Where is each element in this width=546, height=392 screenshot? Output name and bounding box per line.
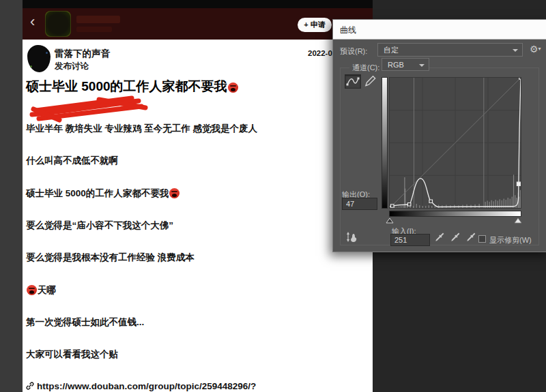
channel-label: 通道(C): bbox=[352, 63, 379, 72]
gear-icon[interactable]: ⚙▾ bbox=[530, 44, 541, 55]
preset-label: 预设(R): bbox=[340, 46, 367, 57]
preset-value: 自定 bbox=[384, 46, 399, 54]
pencil-icon bbox=[363, 74, 378, 87]
chevron-down-icon bbox=[419, 64, 425, 67]
crying-emoji bbox=[228, 82, 238, 93]
post-paragraph: 第一次觉得硕士如此不值钱... bbox=[26, 317, 144, 328]
preset-dropdown[interactable]: 自定 bbox=[377, 43, 523, 57]
crying-emoji bbox=[169, 188, 179, 198]
curve-icon bbox=[345, 75, 360, 88]
channel-dropdown[interactable]: RGB bbox=[382, 58, 429, 71]
post-link-line[interactable]: https://www.douban.com/group/topic/25944… bbox=[26, 381, 256, 392]
post-paragraph: 硕士毕业 5000的工作人家都不要我 bbox=[26, 188, 180, 199]
pencil-tool-button[interactable] bbox=[363, 74, 379, 89]
poster-name[interactable]: 雷落下的声音 bbox=[55, 48, 110, 60]
avatar-speck bbox=[30, 65, 32, 67]
black-point-slider[interactable] bbox=[386, 217, 394, 224]
white-eyedropper-icon[interactable] bbox=[465, 232, 476, 242]
avatar-speck bbox=[46, 52, 48, 54]
group-members-obscured bbox=[76, 27, 112, 32]
black-eyedropper-icon[interactable] bbox=[434, 232, 444, 242]
channel-row: 通道(C): bbox=[349, 61, 382, 73]
post-paragraph: 毕业半年 教培失业 专业辣鸡 至今无工作 感觉我是个废人 bbox=[26, 123, 257, 134]
poster-avatar[interactable] bbox=[27, 45, 51, 72]
curve-grid[interactable] bbox=[389, 77, 521, 209]
input-gradient-ramp bbox=[389, 211, 521, 217]
group-avatar[interactable] bbox=[45, 11, 71, 37]
post-action-label: 发布讨论 bbox=[55, 61, 89, 72]
output-gradient-ramp bbox=[382, 77, 388, 209]
post-paragraph: 大家可以看看我这个贴 bbox=[26, 349, 118, 360]
group-name-obscured bbox=[76, 16, 120, 23]
post-paragraph: 天哪 bbox=[26, 285, 56, 296]
dialog-titlebar[interactable]: 曲线 bbox=[333, 20, 546, 40]
input-value-field[interactable] bbox=[390, 234, 430, 246]
targeted-adjustment-tool-icon[interactable] bbox=[344, 231, 358, 245]
curve-plot bbox=[390, 78, 521, 208]
link-icon bbox=[26, 382, 34, 390]
show-clipping-label: 显示修剪(W) bbox=[489, 235, 532, 245]
post-paragraph: 要么觉得是我根本没有工作经验 浪费成本 bbox=[26, 252, 195, 263]
group-header-bar: ‹ + 申请 bbox=[23, 8, 373, 40]
chevron-down-icon bbox=[513, 49, 518, 52]
white-point-slider[interactable] bbox=[514, 217, 522, 224]
phone-statusbar bbox=[23, 0, 373, 8]
back-icon[interactable]: ‹ bbox=[30, 12, 35, 32]
channel-value: RGB bbox=[388, 61, 404, 69]
curves-dialog: 曲线 预设(R): 自定 ⚙▾ 通道(C): RGB bbox=[332, 19, 546, 252]
dialog-title: 曲线 bbox=[340, 25, 356, 36]
show-clipping-checkbox[interactable] bbox=[478, 235, 486, 243]
canvas-pasteboard-left bbox=[0, 0, 23, 392]
output-value-field[interactable] bbox=[342, 198, 377, 210]
apply-join-button[interactable]: + 申请 bbox=[298, 18, 332, 32]
photoshop-workspace: { "photoshop": { "canvas_left_bg": "#3a3… bbox=[0, 0, 546, 392]
curve-point-tool-button[interactable] bbox=[345, 74, 361, 89]
crying-emoji bbox=[27, 285, 37, 295]
post-paragraph: 要么觉得是“庙小容不下我这个大佛” bbox=[26, 220, 173, 231]
post-paragraph: 什么叫高不成低不就啊 bbox=[26, 155, 118, 166]
douban-post-document: ‹ + 申请 雷落下的声音 发布讨论 2022-02 硕士毕业 5000的工作人… bbox=[23, 0, 373, 392]
gray-eyedropper-icon[interactable] bbox=[450, 232, 460, 242]
